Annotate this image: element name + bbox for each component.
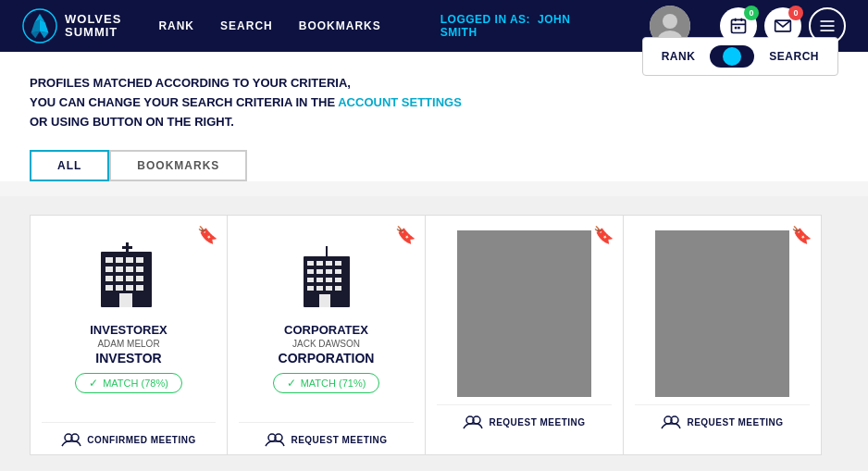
building-svg-2: [285, 233, 368, 312]
nav-icons: 0 0: [720, 7, 846, 44]
cards-section: 🔖: [0, 196, 868, 471]
card-footer-text-4: REQUEST MEETING: [687, 417, 783, 428]
meeting-icon-3: [463, 415, 483, 429]
svg-rect-59: [326, 246, 328, 258]
tab-bookmarks[interactable]: BOOKMARKS: [109, 150, 247, 181]
search-link[interactable]: SEARCH: [220, 19, 273, 32]
svg-rect-48: [326, 269, 332, 274]
card-3: 🔖 REQUEST MEETING: [426, 215, 624, 455]
card-footer-text-1: CONFIRMED MEETING: [87, 435, 195, 445]
tabs: ALL BOOKMARKS: [30, 150, 838, 181]
svg-rect-27: [136, 266, 143, 272]
header-row: PROFILES MATCHED ACCORDING TO YOUR CRITE…: [30, 74, 838, 131]
svg-rect-57: [335, 286, 341, 291]
card-image-placeholder-3: [457, 230, 591, 397]
svg-rect-29: [116, 276, 123, 281]
card-type-2: CORPORATION: [279, 351, 375, 366]
card-person-2: JACK DAWSON: [292, 339, 360, 349]
card-company-1: INVESTOREX: [90, 323, 167, 337]
match-check-icon-1: ✓: [89, 377, 98, 390]
svg-rect-49: [335, 269, 341, 274]
svg-rect-23: [136, 257, 143, 263]
svg-rect-30: [126, 276, 133, 281]
card-2: 🔖: [228, 215, 426, 455]
card-type-1: INVESTOR: [95, 351, 161, 366]
bookmark-icon-4[interactable]: 🔖: [791, 225, 812, 245]
svg-rect-31: [136, 276, 143, 281]
card-company-2: CORPORATEX: [284, 323, 368, 337]
meeting-icon-2: [265, 432, 285, 447]
svg-rect-43: [316, 261, 323, 266]
logo[interactable]: WOLVES SUMMIT: [22, 8, 121, 43]
toggle-switch[interactable]: [710, 45, 754, 68]
svg-rect-45: [335, 261, 341, 266]
svg-rect-25: [116, 266, 123, 272]
toggle-search-label: SEARCH: [769, 50, 819, 63]
match-check-icon-2: ✓: [287, 377, 296, 390]
svg-rect-38: [122, 246, 132, 249]
mail-badge: 0: [788, 6, 803, 20]
svg-rect-9: [732, 19, 746, 32]
card-footer-text-2: REQUEST MEETING: [291, 435, 387, 445]
logo-icon: [22, 8, 57, 43]
mail-icon: [774, 17, 792, 35]
toggle-thumb: [723, 47, 741, 66]
rank-link[interactable]: RANK: [158, 19, 194, 32]
calendar-icon: [729, 17, 748, 35]
svg-rect-24: [105, 266, 113, 272]
card-footer-text-3: REQUEST MEETING: [489, 417, 585, 428]
content-area: PROFILES MATCHED ACCORDING TO YOUR CRITE…: [0, 52, 868, 181]
svg-rect-20: [105, 257, 113, 263]
svg-rect-13: [735, 27, 738, 30]
bookmark-icon-1[interactable]: 🔖: [197, 225, 217, 245]
calendar-button[interactable]: 0: [720, 7, 757, 44]
navbar: WOLVES SUMMIT RANK SEARCH BOOKMARKS LOGG…: [0, 0, 868, 52]
svg-rect-33: [116, 285, 123, 291]
calendar-badge: 0: [744, 6, 759, 20]
card-footer-2[interactable]: REQUEST MEETING: [239, 422, 414, 454]
card-footer-4[interactable]: REQUEST MEETING: [635, 404, 810, 437]
account-settings-link[interactable]: ACCOUNT SETTINGS: [338, 95, 462, 109]
meeting-icon-4: [661, 415, 681, 429]
svg-rect-46: [307, 269, 314, 274]
svg-rect-47: [316, 269, 323, 274]
tab-all[interactable]: ALL: [30, 150, 109, 181]
match-badge-1: ✓ MATCH (78%): [75, 373, 182, 393]
svg-rect-14: [738, 27, 740, 30]
svg-rect-42: [307, 261, 314, 266]
svg-rect-22: [126, 257, 133, 263]
bookmark-icon-2[interactable]: 🔖: [395, 225, 415, 245]
bookmark-icon-3[interactable]: 🔖: [593, 225, 614, 245]
svg-rect-53: [335, 278, 341, 282]
svg-rect-52: [326, 278, 332, 282]
svg-rect-36: [119, 293, 132, 307]
svg-rect-32: [105, 285, 113, 291]
svg-rect-26: [126, 266, 133, 272]
svg-rect-21: [116, 257, 123, 263]
building-svg-1: [87, 233, 170, 312]
meeting-icon-1: [61, 432, 81, 447]
svg-rect-58: [319, 294, 330, 307]
svg-rect-28: [105, 276, 113, 281]
info-text: PROFILES MATCHED ACCORDING TO YOUR CRITE…: [30, 74, 548, 131]
match-badge-2: ✓ MATCH (71%): [273, 373, 380, 393]
svg-rect-51: [316, 278, 323, 282]
card-footer-1[interactable]: CONFIRMED MEETING: [42, 422, 216, 454]
svg-rect-56: [326, 286, 332, 291]
menu-button[interactable]: [809, 7, 846, 44]
svg-rect-50: [307, 278, 314, 282]
card-footer-3[interactable]: REQUEST MEETING: [437, 404, 612, 437]
svg-point-7: [663, 14, 677, 29]
card-image-2: [280, 230, 373, 314]
menu-icon: [818, 17, 837, 35]
card-image-placeholder-4: [655, 230, 789, 397]
svg-rect-34: [126, 285, 133, 291]
card-image-1: [82, 230, 175, 314]
card-person-1: ADAM MELOR: [97, 339, 159, 349]
nav-links: RANK SEARCH BOOKMARKS: [158, 19, 380, 32]
toggle-rank-label: RANK: [662, 50, 696, 63]
svg-rect-55: [316, 286, 323, 291]
card-1: 🔖: [30, 215, 228, 455]
mail-button[interactable]: 0: [764, 7, 801, 44]
bookmarks-link[interactable]: BOOKMARKS: [299, 19, 381, 32]
